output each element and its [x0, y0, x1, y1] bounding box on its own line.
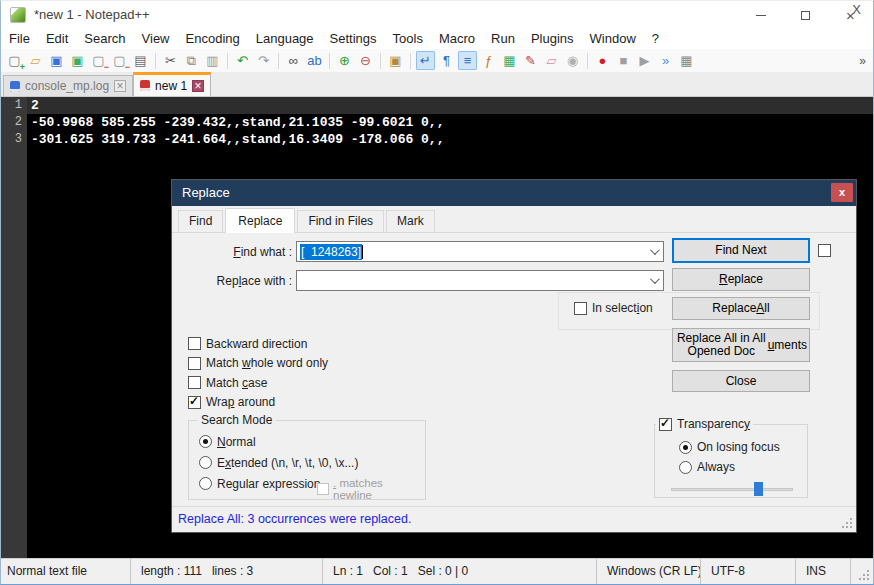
notepad-plus-plus-icon	[10, 7, 26, 23]
radio-label: Normal	[217, 435, 256, 449]
macro-run-multiple-icon[interactable]: »	[656, 51, 675, 70]
on-losing-focus-radio[interactable]	[679, 441, 692, 454]
save-all-icon[interactable]: ▣	[68, 51, 87, 70]
match-case-checkbox[interactable]	[188, 376, 201, 389]
file-monitoring-icon[interactable]: ◉	[563, 51, 582, 70]
file-tab-new-1[interactable]: new 1×	[133, 72, 211, 96]
menu-item-language[interactable]: Language	[248, 29, 322, 48]
dialog-title-bar[interactable]: Replace	[172, 180, 856, 206]
dialog-tab-find[interactable]: Find	[178, 210, 223, 232]
menu-item-edit[interactable]: Edit	[38, 29, 76, 48]
transparency-checkbox[interactable]	[659, 418, 672, 431]
menu-item-settings[interactable]: Settings	[322, 29, 385, 48]
toolbar-overflow-icon[interactable]: »	[855, 54, 870, 68]
search-mode-option-extended-n-r-t-0-x: Extended (\n, \r, \t, \0, \x...)	[199, 452, 358, 473]
restore-last-position-icon[interactable]: ▣	[386, 51, 405, 70]
toggle-row-wrap-around: Wrap around	[188, 393, 328, 413]
wrap-around-checkbox[interactable]	[188, 396, 201, 409]
extended-radio[interactable]	[199, 456, 212, 469]
open-folder-icon[interactable]: ▱	[26, 51, 45, 70]
tab-close-icon[interactable]: ×	[114, 80, 126, 92]
macro-save-icon[interactable]: ▦	[677, 51, 696, 70]
menu-item-plugins[interactable]: Plugins	[523, 29, 582, 48]
chevron-down-icon[interactable]	[650, 274, 660, 284]
save-icon[interactable]: ▣	[47, 51, 66, 70]
menu-item-run[interactable]: Run	[483, 29, 523, 48]
resize-grip-icon[interactable]	[867, 578, 869, 580]
file-tab-label: console_mp.log	[25, 79, 109, 93]
undo-icon[interactable]: ↶	[233, 51, 252, 70]
maximize-button[interactable]	[783, 1, 828, 29]
new-file-icon[interactable]: ▢+	[5, 51, 24, 70]
replace-all-button[interactable]: Replace All	[672, 297, 810, 320]
minimize-button[interactable]	[738, 1, 783, 29]
replace-with-combobox[interactable]	[296, 270, 664, 291]
backward-direction-checkbox[interactable]	[188, 337, 201, 350]
toolbar-separator	[227, 53, 228, 69]
macro-play-icon[interactable]: ▶	[635, 51, 654, 70]
zoom-out-icon[interactable]: ⊖	[356, 51, 375, 70]
menu-item-encoding[interactable]: Encoding	[178, 29, 248, 48]
function-list-icon[interactable]: ƒ	[479, 51, 498, 70]
macro-record-icon[interactable]: ●	[593, 51, 612, 70]
replace-button[interactable]: Replace	[672, 268, 810, 291]
search-toggles: Backward directionMatch whole word onlyM…	[188, 334, 328, 412]
dialog-tab-replace[interactable]: Replace	[225, 208, 295, 233]
find-icon[interactable]: ∞	[284, 51, 303, 70]
file-tab-label: new 1	[155, 79, 187, 93]
close-all-icon[interactable]: ▢−	[110, 51, 129, 70]
in-selection-checkbox[interactable]	[574, 302, 587, 315]
print-icon[interactable]: ▤	[131, 51, 150, 70]
menu-item-macro[interactable]: Macro	[431, 29, 483, 48]
tab-close-icon[interactable]: ×	[192, 80, 204, 92]
cut-icon[interactable]: ✂	[161, 51, 180, 70]
regular-radio[interactable]	[199, 477, 212, 490]
normal-radio[interactable]	[199, 435, 212, 448]
find-what-combobox[interactable]: [ 1248263]	[296, 241, 664, 262]
redo-icon[interactable]: ↷	[254, 51, 273, 70]
menu-item-window[interactable]: Window	[582, 29, 644, 48]
zoom-in-icon[interactable]: ⊕	[335, 51, 354, 70]
radio-label: Extended (\n, \r, \t, \0, \x...)	[217, 456, 358, 470]
close-file-icon[interactable]: ▢−	[89, 51, 108, 70]
copy-icon[interactable]: ⧉	[182, 51, 201, 70]
toggle-label: Wrap around	[206, 395, 275, 409]
indent-guide-icon[interactable]: ≡	[458, 51, 477, 70]
file-tab-console-mp-log[interactable]: console_mp.log×	[3, 75, 133, 96]
search-mode-option-normal: Normal	[199, 431, 358, 452]
slider-thumb[interactable]	[754, 482, 763, 496]
matches-newline-checkbox[interactable]	[317, 483, 329, 495]
find-next-aux-checkbox[interactable]	[818, 244, 831, 257]
document-map-icon[interactable]: ▦	[500, 51, 519, 70]
always-radio[interactable]	[679, 461, 692, 474]
menu-item-help[interactable]: ?	[644, 29, 667, 48]
dialog-close-button[interactable]: x	[831, 183, 853, 202]
replace-icon[interactable]: ab	[305, 51, 324, 70]
dialog-tab-find-in-files[interactable]: Find in Files	[297, 210, 384, 232]
paste-icon[interactable]: ▥	[203, 51, 222, 70]
menu-item-tools[interactable]: Tools	[385, 29, 431, 48]
menu-item-view[interactable]: View	[134, 29, 178, 48]
match-whole-word-only-checkbox[interactable]	[188, 357, 201, 370]
replace-all-open-docs-button[interactable]: Replace All in All Opened Documents	[672, 328, 810, 362]
radio-label: Always	[697, 460, 735, 474]
close-document-x-button[interactable]: X	[852, 2, 861, 17]
document-switcher-icon[interactable]: ✎	[521, 51, 540, 70]
close-button[interactable]: ×	[828, 1, 873, 29]
chevron-down-icon[interactable]	[650, 245, 660, 255]
find-next-button[interactable]: Find Next	[672, 238, 810, 263]
menu-item-file[interactable]: File	[1, 29, 38, 48]
dialog-title: Replace	[182, 185, 230, 200]
in-selection-label: In selection	[592, 301, 653, 315]
transparency-slider[interactable]	[671, 483, 793, 495]
word-wrap-icon[interactable]: ↵	[416, 51, 435, 70]
find-what-value: [ 1248263]	[300, 244, 362, 260]
folder-as-workspace-icon[interactable]: ▱	[542, 51, 561, 70]
transparency-options: On losing focusAlways	[679, 437, 780, 477]
macro-stop-icon[interactable]: ■	[614, 51, 633, 70]
show-all-characters-icon[interactable]: ¶	[437, 51, 456, 70]
resize-grip-icon[interactable]	[850, 526, 852, 528]
close-dialog-button[interactable]: Close	[672, 370, 810, 392]
dialog-tab-mark[interactable]: Mark	[386, 210, 435, 232]
menu-item-search[interactable]: Search	[76, 29, 133, 48]
